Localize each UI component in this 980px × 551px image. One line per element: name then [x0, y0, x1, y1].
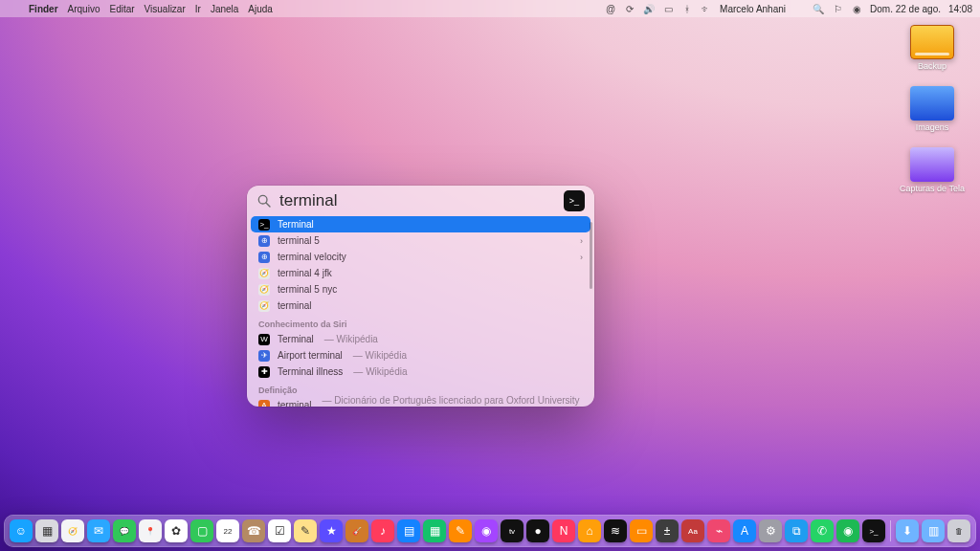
dock-app-safari[interactable]: 🧭 [61, 519, 84, 542]
dock-app-docs[interactable]: ▥ [922, 519, 945, 542]
spotlight-siri-result[interactable]: ✚ Terminal illness — Wikipédia [251, 364, 590, 380]
sync-icon[interactable]: ⟳ [624, 3, 635, 14]
web-icon: ⊕ [258, 252, 270, 263]
chevron-right-icon: › [580, 253, 583, 262]
dock-app-mail[interactable]: ✉ [87, 519, 110, 542]
desktop-icon-label: Imagens [916, 122, 949, 132]
dock-app-appstore[interactable]: A [733, 519, 756, 542]
spotlight-top-hit[interactable]: >_ Terminal [251, 216, 590, 232]
dock-app-news[interactable]: N [552, 519, 575, 542]
dock-app-books[interactable]: ▭ [630, 519, 653, 542]
bluetooth-icon[interactable]: ᚼ [681, 3, 693, 14]
wiki-icon: ✈ [258, 350, 270, 362]
spotlight-preview-terminal-icon: >_ [564, 190, 585, 211]
dock-app-tv[interactable]: tv [501, 519, 523, 542]
spotlight-search-row: >_ [247, 186, 594, 216]
dock-app-launchpad[interactable]: ▦ [35, 519, 58, 542]
dock-app-stocks[interactable]: ≋ [604, 519, 627, 542]
dock-app-dictionary[interactable]: Aa [681, 519, 704, 542]
dock-app-vscode[interactable]: ⧉ [785, 519, 808, 542]
at-icon[interactable]: @ [605, 3, 616, 14]
menubar-item-arquivo[interactable]: Arquivo [68, 4, 100, 14]
display-icon[interactable]: ▭ [662, 3, 674, 14]
menubar-item-ir[interactable]: Ir [195, 4, 201, 14]
spotlight-section-heading: Conhecimento da Siri [251, 314, 590, 331]
menubar-app-name[interactable]: Finder [29, 4, 58, 14]
wifi-icon[interactable]: ᯤ [701, 3, 712, 14]
dock-app-settings[interactable]: ⚙ [759, 519, 782, 542]
spotlight-siri-result[interactable]: ✈ Airport terminal — Wikipédia [251, 347, 590, 364]
volume-icon[interactable]: 🔊 [643, 3, 655, 14]
result-title: Terminal illness [278, 366, 343, 377]
drive-icon [910, 25, 954, 59]
result-title: terminal 4 jfk [278, 268, 332, 278]
dock-app-numbers[interactable]: ▦ [423, 519, 446, 542]
wiki-icon: ✚ [258, 366, 270, 378]
menubar-item-ajuda[interactable]: Ajuda [248, 4, 273, 14]
spotlight-suggestion[interactable]: ⊕ terminal velocity › [251, 249, 590, 265]
desktop-icon-backup[interactable]: Backup [892, 25, 972, 71]
dock-app-facetime[interactable]: ▢ [190, 519, 213, 542]
desktop-icon-capturas[interactable]: Capturas de Tela [892, 147, 972, 193]
dock-app-downloads[interactable]: ⬇ [896, 519, 919, 542]
menubar-time[interactable]: 14:08 [948, 4, 972, 14]
dock-app-calculator[interactable]: ± [656, 519, 679, 542]
dock-separator [890, 520, 891, 541]
spotlight-definition-result[interactable]: A terminal — Dicionário de Português lic… [251, 397, 590, 407]
result-title: terminal velocity [278, 252, 346, 262]
desktop-icon-label: Capturas de Tela [900, 184, 965, 193]
dock-app-maps[interactable]: 📍 [139, 519, 162, 542]
scrollbar[interactable] [590, 222, 592, 289]
dock-app-keynote[interactable]: ▤ [397, 519, 420, 542]
dock-app-home[interactable]: ⌂ [578, 519, 601, 542]
desktop-icon-imagens[interactable]: Imagens [892, 86, 972, 132]
dock-app-whatsapp[interactable]: ✆ [811, 519, 834, 542]
dock-app-finder[interactable]: ☺ [10, 519, 33, 542]
dock-app-notes[interactable]: ✎ [294, 519, 317, 542]
dock-app-voice[interactable]: ● [526, 519, 549, 542]
spotlight-icon[interactable]: 🔍 [813, 3, 824, 14]
result-title: Terminal [278, 219, 314, 230]
dock-app-calendar[interactable]: 22 [216, 519, 239, 542]
dock-app-pages[interactable]: ✎ [449, 519, 472, 542]
result-title: terminal [278, 400, 312, 407]
folder-icon [910, 147, 954, 182]
apple-logo-icon [793, 3, 805, 14]
dock-app-reminders[interactable]: ☑ [268, 519, 291, 542]
spotlight-siri-result[interactable]: W Terminal — Wikipédia [251, 331, 590, 347]
dock-app-spotify[interactable]: ◉ [836, 519, 859, 542]
result-title: Airport terminal [278, 350, 343, 361]
result-title: terminal [278, 300, 312, 311]
apple-menu-icon[interactable] [8, 3, 19, 14]
spotlight-suggestion[interactable]: ⊕ terminal 5 › [251, 232, 590, 249]
siri-icon[interactable]: ◉ [851, 3, 862, 14]
folder-icon [910, 86, 954, 121]
spotlight-input[interactable] [279, 191, 556, 210]
menubar-date[interactable]: Dom. 22 de ago. [870, 4, 941, 14]
menubar-item-editar[interactable]: Editar [109, 4, 134, 14]
dock-app-music[interactable]: ♪ [371, 519, 394, 542]
spotlight-suggestion[interactable]: 🧭 terminal 4 jfk [251, 265, 590, 281]
result-title: terminal 5 [278, 235, 320, 246]
control-center-icon[interactable]: ⚐ [832, 3, 843, 14]
dock-app-contacts[interactable]: ☎ [242, 519, 265, 542]
spotlight-suggestion[interactable]: 🧭 terminal [251, 298, 590, 314]
dock-app-trash[interactable]: 🗑 [947, 519, 970, 542]
svg-line-1 [266, 203, 270, 207]
menubar-item-visualizar[interactable]: Visualizar [145, 4, 186, 14]
dock-app-photos[interactable]: ✿ [165, 519, 188, 542]
dock-app-messages[interactable]: 💬 [113, 519, 136, 542]
result-title: Terminal [278, 334, 314, 344]
menubar-item-janela[interactable]: Janela [211, 4, 238, 14]
menubar-user[interactable]: Marcelo Anhani [720, 4, 786, 14]
spotlight-suggestion[interactable]: 🧭 terminal 5 nyc [251, 281, 590, 298]
dock-app-podcasts[interactable]: ◉ [475, 519, 498, 542]
dock: ☺▦🧭✉💬📍✿▢22☎☑✎★🎸♪▤▦✎◉tv●N⌂≋▭±Aa⌁A⚙⧉✆◉>_⬇▥… [4, 515, 976, 547]
result-title: terminal 5 nyc [278, 284, 337, 295]
desktop-icon-label: Backup [918, 61, 947, 71]
result-subtitle: — Wikipédia [324, 334, 378, 344]
dock-app-garage[interactable]: 🎸 [345, 519, 368, 542]
dock-app-terminal[interactable]: >_ [862, 519, 885, 542]
dock-app-imovie[interactable]: ★ [320, 519, 343, 542]
dock-app-shortcuts[interactable]: ⌁ [707, 519, 730, 542]
